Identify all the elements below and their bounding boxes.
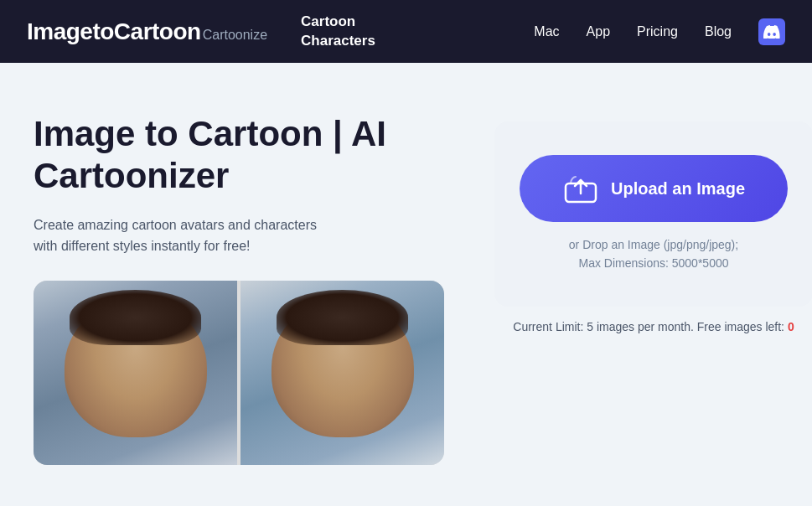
upload-hint: or Drop an Image (jpg/png/jpeg); Max Dim… [569,235,738,273]
limit-prefix: Current Limit: 5 images per month. Free … [513,320,788,333]
left-section: Image to Cartoon | AI Cartoonizer Create… [34,113,444,465]
demo-image-right [240,281,444,465]
main-nav: Mac App Pricing Blog [534,18,785,45]
discord-icon[interactable] [758,18,785,45]
nav-pricing[interactable]: Pricing [637,24,678,39]
logo-main-text: ImagetoCartoon [27,18,201,45]
limit-count: 0 [788,320,794,333]
upload-icon [562,170,599,207]
upload-button-label: Upload an Image [611,179,745,199]
nav-mac[interactable]: Mac [534,24,559,39]
demo-image-container [34,281,444,465]
upload-card: Upload an Image or Drop an Image (jpg/pn… [494,121,812,307]
logo-sub-text: Cartoonize [203,28,267,43]
description-text: Create amazing cartoon avatars and chara… [34,218,317,254]
site-header: ImagetoCartoon Cartoonize Cartoon Charac… [0,0,812,63]
main-content: Image to Cartoon | AI Cartoonizer Create… [0,63,812,506]
nav-blog[interactable]: Blog [705,24,732,39]
page-description: Create amazing cartoon avatars and chara… [34,214,444,257]
upload-hint-line2: Max Dimensions: 5000*5000 [579,256,729,270]
upload-button[interactable]: Upload an Image [520,155,788,222]
cartoon-nav-line1: Cartoon [301,13,355,31]
right-section: Upload an Image or Drop an Image (jpg/pn… [494,113,812,333]
cartoon-characters-nav[interactable]: Cartoon Characters [301,13,375,49]
logo-link[interactable]: ImagetoCartoon Cartoonize [27,18,267,45]
limit-text: Current Limit: 5 images per month. Free … [513,320,794,333]
nav-app[interactable]: App [587,24,610,39]
cartoon-nav-line2: Characters [301,32,375,50]
page-title: Image to Cartoon | AI Cartoonizer [34,113,444,198]
upload-hint-line1: or Drop an Image (jpg/png/jpeg); [569,238,738,251]
demo-image-left [34,281,237,465]
